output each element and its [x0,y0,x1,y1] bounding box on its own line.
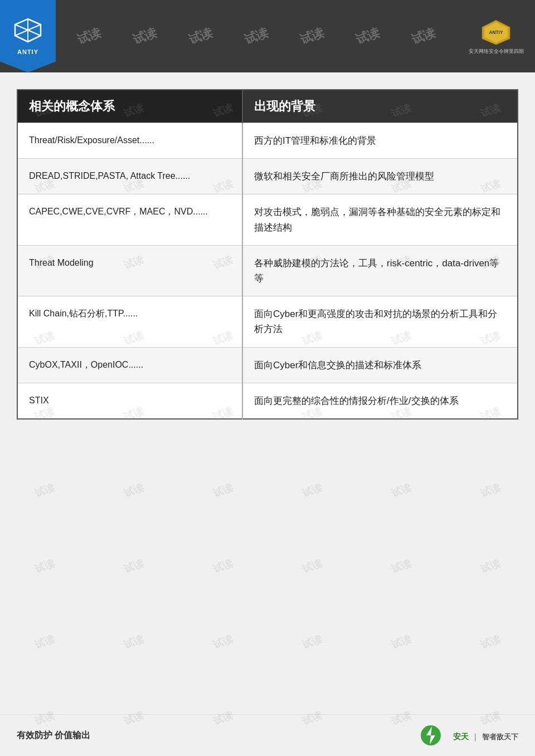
main-content: 相关的概念体系 出现的背景 Threat/Risk/Exposure/Asset… [17,89,518,711]
logo-icon [14,18,42,46]
table-cell-col1: Threat/Risk/Exposure/Asset...... [17,123,242,159]
table-row: Threat/Risk/Exposure/Asset......西方的IT管理和… [17,123,518,159]
brand-logo-svg: ANTIY [476,18,515,46]
table-cell-col2: 面向Cyber和更高强度的攻击和对抗的场景的分析工具和分析方法 [242,296,518,347]
table-cell-col1: DREAD,STRIDE,PASTA, Attack Tree...... [17,159,242,194]
svg-rect-9 [440,728,450,743]
table-row: CybOX,TAXII，OpenIOC......面向Cyber和信息交换的描述… [17,347,518,383]
table-cell-col1: CAPEC,CWE,CVE,CVRF，MAEC，NVD...... [17,194,242,245]
table-row: Threat Modeling各种威胁建模的方法论，工具，risk-centri… [17,245,518,296]
col2-header: 出现的背景 [242,90,518,123]
data-table: 相关的概念体系 出现的背景 Threat/Risk/Exposure/Asset… [17,89,518,420]
logo-box: ANTIY [0,0,56,72]
table-header-row: 相关的概念体系 出现的背景 [17,90,518,123]
header-wm-6: 试读 [353,24,382,48]
header: ANTIY 试读 试读 试读 试读 试读 试读 试读 ANTIY 安天网络安全令… [0,0,535,72]
header-wm-4: 试读 [242,24,271,48]
header-wm-3: 试读 [186,24,215,48]
brand-subtitle: 安天网络安全令牌第四期 [469,48,524,55]
svg-text:ANTIY: ANTIY [489,30,503,35]
header-wm-2: 试读 [130,24,159,48]
header-wm-7: 试读 [409,24,438,48]
footer-right: 安天 ｜ 智者敌天下 [420,723,518,748]
table-body: Threat/Risk/Exposure/Asset......西方的IT管理和… [17,123,518,419]
footer-brand-text: 安天 ｜ 智者敌天下 [453,729,518,742]
table-cell-col2: 对攻击模式，脆弱点，漏洞等各种基础的安全元素的标定和描述结构 [242,194,518,245]
table-cell-col2: 各种威胁建模的方法论，工具，risk-centric，data-driven等等 [242,245,518,296]
header-wm-5: 试读 [298,24,327,48]
table-cell-col1: Threat Modeling [17,245,242,296]
table-row: CAPEC,CWE,CVE,CVRF，MAEC，NVD......对攻击模式，脆… [17,194,518,245]
table-row: Kill Chain,钻石分析,TTP......面向Cyber和更高强度的攻击… [17,296,518,347]
header-watermarks: 试读 试读 试读 试读 试读 试读 试读 [56,28,457,45]
table-row: DREAD,STRIDE,PASTA, Attack Tree......微软和… [17,159,518,194]
header-right-logo: ANTIY 安天网络安全令牌第四期 [457,0,535,72]
footer-left-text: 有效防护 价值输出 [17,730,90,742]
table-cell-col1: Kill Chain,钻石分析,TTP...... [17,296,242,347]
footer-logo: 安天 ｜ 智者敌天下 [420,723,518,748]
table-cell-col2: 面向更完整的综合性的情报分析/作业/交换的体系 [242,383,518,419]
table-cell-col2: 微软和相关安全厂商所推出的风险管理模型 [242,159,518,194]
header-wm-1: 试读 [75,24,104,48]
table-cell-col1: STIX [17,383,242,419]
footer: 有效防护 价值输出 安天 ｜ 智者敌天下 [0,714,535,756]
logo-text: ANTIY [17,48,38,55]
footer-logo-svg [420,723,450,748]
table-cell-col1: CybOX,TAXII，OpenIOC...... [17,347,242,383]
table-row: STIX面向更完整的综合性的情报分析/作业/交换的体系 [17,383,518,419]
table-cell-col2: 面向Cyber和信息交换的描述和标准体系 [242,347,518,383]
col1-header: 相关的概念体系 [17,90,242,123]
table-cell-col2: 西方的IT管理和标准化的背景 [242,123,518,159]
